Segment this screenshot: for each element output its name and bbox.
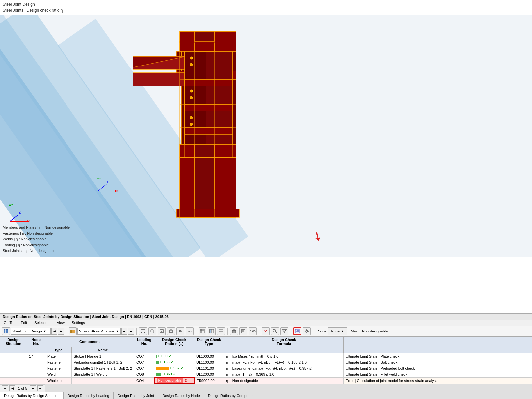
svg-text:Z: Z	[107, 181, 109, 184]
viewport[interactable]: X Y Z X Y Z Members and Plates | η : Non…	[0, 15, 532, 257]
svg-text:Y: Y	[11, 203, 13, 207]
zoom-fit-btn[interactable]	[139, 327, 147, 335]
svg-marker-8	[133, 73, 186, 86]
table-cell: ER9002.00	[194, 377, 224, 384]
layout-btn[interactable]	[217, 327, 225, 335]
zoom-in-btn[interactable]	[148, 327, 156, 335]
table-btn[interactable]	[199, 327, 206, 335]
tab-design-situation[interactable]: Design Ratios by Design Situation	[0, 392, 64, 399]
table-row[interactable]: WeldStirnplatte 1 | Weld 3CO80.369 ✓UL12…	[0, 371, 532, 378]
table-row[interactable]: 17PlateStütze | Flange 1CO70.000 ✓UL1000…	[0, 353, 532, 359]
table-cell: Fastener	[45, 359, 72, 365]
svg-point-82	[180, 331, 181, 332]
table-cell: UL1101.00	[194, 365, 224, 371]
svg-rect-88	[210, 329, 211, 333]
table-row[interactable]: FastenerStirnplatte 1 | Fasteners 1 | Bo…	[0, 365, 532, 371]
table-row[interactable]: FastenerVerbindungsmittel 1 | Bolt 1, 2C…	[0, 359, 532, 365]
table-cell: CO4	[134, 377, 154, 384]
value-btn[interactable]: 0,00	[249, 327, 257, 335]
svg-rect-63	[4, 329, 8, 333]
svg-marker-18	[185, 128, 233, 134]
table-cell: 0.188 ✓	[154, 359, 194, 365]
ratio-bar	[156, 355, 157, 358]
tab-node[interactable]: Design Ratios by Node	[158, 392, 204, 399]
export-btn[interactable]	[158, 327, 166, 335]
analysis-icon	[69, 327, 77, 335]
print-btn[interactable]	[230, 327, 238, 335]
table-cell	[0, 353, 27, 359]
ratio-bar	[156, 373, 161, 376]
table-cell	[0, 359, 27, 365]
view-btn[interactable]	[176, 327, 184, 335]
col-formula: Design CheckFormula	[224, 337, 344, 347]
data-table-container: DesignSituation NodeNo. Component Loadin…	[0, 336, 532, 384]
col-design-situation: DesignSituation	[0, 337, 27, 347]
svg-line-53	[10, 215, 18, 221]
menu-goto[interactable]: Go To	[3, 320, 14, 325]
table-cell	[0, 365, 27, 371]
svg-point-19	[190, 57, 193, 59]
svg-rect-83	[200, 329, 204, 333]
table-cell: Stirnplatte 1 | Fasteners 1 | Bolt 2, 2	[72, 365, 134, 371]
svg-point-105	[306, 329, 307, 330]
tab-loading[interactable]: Design Ratios by Loading	[64, 392, 113, 399]
module-nav-next[interactable]: ▶	[58, 328, 64, 335]
table-cell: 17	[27, 353, 45, 359]
svg-marker-28	[176, 209, 239, 217]
none-dropdown[interactable]: None ▼	[328, 327, 347, 335]
table-cell: Ultimate Limit State | Fillet weld check	[344, 371, 532, 378]
table-row[interactable]: Whole jointCO4Non-designable⊗ER9002.00η …	[0, 377, 532, 384]
print-preview-btn[interactable]	[167, 327, 175, 335]
svg-marker-13	[195, 31, 214, 41]
svg-line-61	[98, 184, 106, 191]
table-cell: CO7	[134, 365, 154, 371]
none-label: None	[318, 329, 326, 333]
menu-selection[interactable]: Selection	[33, 320, 50, 325]
analysis-dropdown[interactable]: Stress-Strain Analysis ▼	[77, 328, 121, 335]
status-members: Members and Plates | η : Non-designable	[3, 225, 70, 231]
tab-component[interactable]: Design Ratios by Component	[204, 392, 260, 399]
ratio-bar	[156, 367, 169, 370]
page-first-btn[interactable]: ⏮	[2, 385, 8, 391]
title-bar: Steel Joint Design Steel Joints | Design…	[0, 0, 532, 15]
menu-edit[interactable]: Edit	[20, 320, 28, 325]
col-ratio: Design CheckRatio η [--]	[154, 337, 194, 347]
menu-view[interactable]: View	[56, 320, 66, 325]
svg-text:Z: Z	[19, 211, 21, 214]
filter-btn[interactable]	[280, 327, 288, 335]
analysis-nav-next[interactable]: ▶	[128, 328, 134, 335]
search-btn[interactable]	[271, 327, 279, 335]
report-btn[interactable]	[239, 327, 247, 335]
table-cell: Stütze | Flange 1	[72, 353, 134, 359]
tab-bar: ⏮ ◀ 1 of 5 ▶ ⏭	[0, 384, 532, 392]
design-ratio-active-btn[interactable]: η	[293, 327, 301, 335]
tab-joint[interactable]: Design Ratios by Joint	[114, 392, 158, 399]
page-next-btn[interactable]: ▶	[30, 385, 36, 391]
steel-joint-model	[133, 25, 293, 242]
svg-point-22	[190, 96, 193, 99]
table-cell	[0, 377, 27, 384]
module-nav-prev[interactable]: ◀	[51, 328, 57, 335]
svg-point-23	[190, 116, 193, 119]
svg-point-107	[305, 331, 305, 332]
status-text: Members and Plates | η : Non-designable …	[3, 225, 70, 254]
table-cell	[27, 371, 45, 378]
settings-btn[interactable]	[303, 327, 311, 335]
app-title-line2: Steel Joints | Design check ratio η	[3, 7, 529, 13]
table-cell: Ultimate Limit State | Bolt check	[344, 359, 532, 365]
xxx-btn[interactable]: xxx	[186, 327, 194, 335]
svg-rect-93	[233, 332, 235, 333]
status-steel-joints: Steel Joints | η : Non-designable	[3, 248, 70, 254]
table-cell: UL1000.00	[194, 353, 224, 359]
table-cell: η = Non-designable	[224, 377, 344, 384]
panel-btn[interactable]	[208, 327, 216, 335]
cross-btn[interactable]: ✕	[262, 327, 270, 335]
module-dropdown[interactable]: Steel Joint Design ▼	[11, 328, 51, 335]
page-last-btn[interactable]: ⏭	[37, 385, 43, 391]
menu-settings[interactable]: Settings	[71, 320, 86, 325]
page-prev-btn[interactable]: ◀	[9, 385, 15, 391]
table-cell: CO7	[134, 359, 154, 365]
table-cell: Ultimate Limit State | Preloaded bolt ch…	[344, 365, 532, 371]
max-label: Max:	[351, 329, 359, 333]
analysis-nav-prev[interactable]: ◀	[121, 328, 127, 335]
